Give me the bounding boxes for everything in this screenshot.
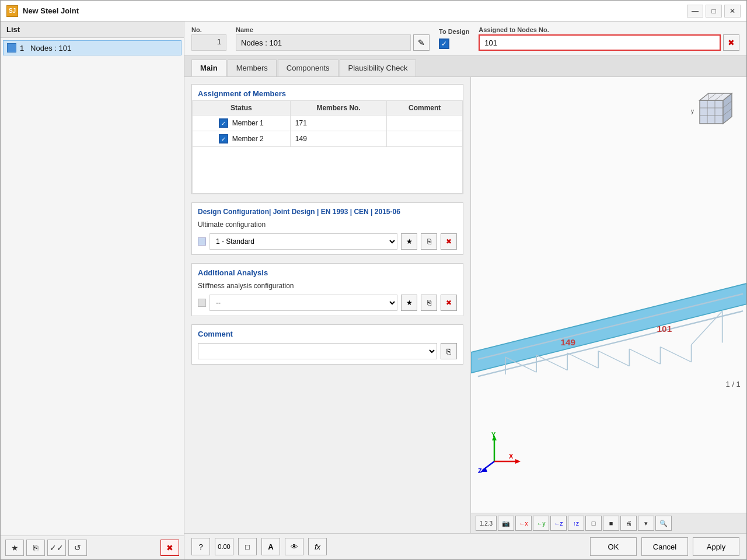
view-z-axis-button[interactable]: ←z <box>550 516 567 531</box>
copy-button[interactable]: ⎘ <box>26 540 45 556</box>
title-controls: — □ ✕ <box>687 5 741 18</box>
view-print-button[interactable]: 🖨 <box>620 516 637 531</box>
stiffness-config-select[interactable]: -- <box>210 295 397 311</box>
view-panel: y <box>470 77 746 533</box>
annotations-button[interactable]: A <box>261 538 280 555</box>
comment-row: ⎘ <box>192 341 463 364</box>
apply-button[interactable]: Apply <box>693 537 739 556</box>
member2-number: 149 <box>290 131 386 147</box>
view-search-button[interactable]: 🔍 <box>655 516 672 531</box>
additional-analysis-title: Additional Analysis <box>192 264 463 279</box>
member2-check-cell: ✓ Member 2 <box>193 131 291 147</box>
list-item-icon <box>7 43 16 52</box>
list-area: 1 Nodes : 101 <box>1 38 184 536</box>
ultimate-config-row: 1 - Standard ★ ⎘ ✖ <box>192 231 463 254</box>
additional-analysis-section: Additional Analysis Stiffness analysis c… <box>191 263 463 316</box>
edit-name-button[interactable]: ✎ <box>413 34 430 51</box>
tab-content-area: Assignment of Members Status Members No.… <box>184 77 746 533</box>
tab-plausibility[interactable]: Plausibility Check <box>340 60 417 76</box>
svg-marker-39 <box>515 459 521 464</box>
view-solid-button[interactable]: ■ <box>603 516 619 531</box>
member2-checkbox[interactable]: ✓ <box>219 134 228 144</box>
check-all-button[interactable]: ✓✓ <box>47 540 66 556</box>
tab-main[interactable]: Main <box>191 60 226 76</box>
values-button[interactable]: 0.00 <box>215 538 233 555</box>
right-panel: No. 1 Name ✎ To Design ✓ <box>184 22 746 559</box>
view-render-button[interactable]: 📷 <box>498 516 514 531</box>
delete-button[interactable]: ✖ <box>160 540 179 556</box>
config-delete-button[interactable]: ✖ <box>441 233 457 250</box>
empty-cell <box>193 147 463 194</box>
view-toggle-button[interactable]: □ <box>238 538 257 555</box>
formula-button[interactable]: fx <box>308 538 327 555</box>
comment-select[interactable] <box>198 343 437 359</box>
ultimate-config-select[interactable]: 1 - Standard <box>210 233 397 250</box>
stiffness-delete-button[interactable]: ✖ <box>441 295 457 311</box>
stiffness-config-row: -- ★ ⎘ ✖ <box>192 292 463 316</box>
help-button[interactable]: ? <box>191 538 210 555</box>
view-up-z-button[interactable]: ↑z <box>568 516 584 531</box>
config-color-swatch <box>198 237 206 246</box>
member1-checkbox[interactable]: ✓ <box>219 118 228 128</box>
svg-marker-0 <box>700 100 723 124</box>
config-new-button[interactable]: ★ <box>401 233 417 250</box>
assigned-clear-button[interactable]: ✖ <box>723 34 739 51</box>
stiffness-new-button[interactable]: ★ <box>401 295 417 311</box>
comment-copy-button[interactable]: ⎘ <box>441 343 457 359</box>
no-label: No. <box>191 26 226 33</box>
svg-text:Z: Z <box>478 467 482 473</box>
view-toolbar: 1.2.3 📷 ←x ←y ←z ↑z □ ■ 🖨 ▾ 🔍 <box>471 513 746 533</box>
view-numbers-button[interactable]: 1.2.3 <box>476 516 497 531</box>
ok-button[interactable]: OK <box>590 537 637 556</box>
svg-text:1 / 1: 1 / 1 <box>726 380 741 388</box>
app-icon: SJ <box>6 5 18 17</box>
table-row: ✓ Member 1 171 <box>193 116 463 131</box>
assignment-section: Assignment of Members Status Members No.… <box>191 84 463 194</box>
tab-components[interactable]: Components <box>278 60 338 76</box>
svg-text:Y: Y <box>491 432 496 438</box>
refresh-button[interactable]: ↺ <box>68 540 87 556</box>
to-design-checkbox[interactable]: ✓ <box>439 38 449 49</box>
new-joint-button[interactable]: ★ <box>5 540 24 556</box>
empty-row <box>193 147 463 194</box>
svg-text:y: y <box>691 108 694 114</box>
view-x-axis-button[interactable]: ←x <box>515 516 532 531</box>
visibility-button[interactable]: 👁 <box>285 538 303 555</box>
comment-section: Comment ⎘ <box>191 324 463 365</box>
list-item-label: 1 Nodes : 101 <box>20 44 71 52</box>
view-box-button[interactable]: □ <box>585 516 602 531</box>
bottom-bar: ? 0.00 □ A 👁 fx OK Cancel Apply <box>184 533 746 559</box>
form-header: No. 1 Name ✎ To Design ✓ <box>184 22 746 56</box>
truss-svg: 149 101 1 / 1 <box>471 124 746 478</box>
window-title: New Steel Joint <box>23 6 79 15</box>
list-item[interactable]: 1 Nodes : 101 <box>3 40 181 55</box>
config-edit-button[interactable]: ⎘ <box>421 233 437 250</box>
svg-text:101: 101 <box>657 324 672 334</box>
tabs-bar: Main Members Components Plausibility Che… <box>184 56 746 77</box>
name-input[interactable] <box>236 34 411 51</box>
close-button[interactable]: ✕ <box>724 5 741 18</box>
assigned-nodes-input[interactable] <box>479 34 721 51</box>
member1-comment <box>387 116 463 131</box>
title-bar-left: SJ New Steel Joint <box>6 5 79 17</box>
stiffness-color-swatch <box>198 299 206 307</box>
view-y-axis-button[interactable]: ←y <box>533 516 549 531</box>
maximize-button[interactable]: □ <box>706 5 722 18</box>
cancel-button[interactable]: Cancel <box>641 537 688 556</box>
form-panel: Assignment of Members Status Members No.… <box>184 77 470 533</box>
list-header: List <box>1 22 184 38</box>
3d-viewport: y <box>471 77 746 513</box>
col-comment: Comment <box>387 101 463 116</box>
to-design-label: To Design <box>439 28 469 35</box>
stiffness-label: Stiffness analysis configuration <box>192 279 463 292</box>
minimize-button[interactable]: — <box>687 5 703 18</box>
view-print-dropdown-button[interactable]: ▾ <box>638 516 654 531</box>
stiffness-edit-button[interactable]: ⎘ <box>421 295 437 311</box>
design-config-section: Design Configuration| Joint Design | EN … <box>191 202 463 255</box>
col-status: Status <box>193 101 291 116</box>
no-field-container: No. 1 <box>191 26 226 51</box>
assigned-input-row: ✖ <box>479 34 739 51</box>
assigned-label: Assigned to Nodes No. <box>479 26 739 33</box>
tab-members[interactable]: Members <box>228 60 277 76</box>
axes-svg: X Y Z <box>477 432 523 473</box>
